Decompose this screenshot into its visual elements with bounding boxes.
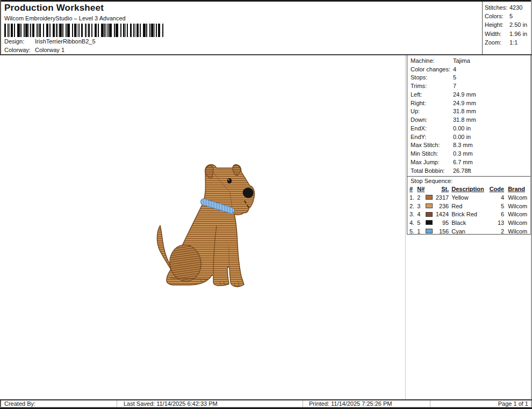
stat-row-zoom: Zoom:1:1: [482, 38, 531, 47]
colorway-label: Colorway:: [4, 47, 35, 53]
machine-row: Right:24.9 mm: [407, 99, 530, 107]
machine-row: Machine:Tajima: [407, 56, 530, 65]
stop-sequence-row: 2. 3 236 Red 5 Wilcom: [409, 202, 530, 210]
machine-row: Total Bobbin:26.78ft: [407, 166, 530, 175]
app-version-subtitle: Wilcom EmbroideryStudio – Level 3 Advanc…: [4, 15, 126, 21]
stat-row-width: Width:1.96 in: [482, 30, 531, 38]
machine-row: Left:24.9 mm: [407, 90, 530, 99]
design-preview-area: [0, 55, 405, 399]
machine-row: Min Stitch:0.3 mm: [407, 149, 530, 158]
machine-rows: Machine:Tajima Color changes:4 Stops:5 T…: [407, 55, 530, 175]
thread-color-swatch: [426, 220, 433, 225]
design-name-row: Design:IrishTerrierRibbonB2_5: [4, 38, 96, 45]
design-barcode: [4, 24, 164, 37]
thread-color-swatch: [426, 203, 433, 208]
footer-page-number: Page 1 of 1: [430, 400, 528, 407]
machine-row: EndX:0.00 in: [407, 124, 530, 133]
machine-row: EndY:0.00 in: [407, 133, 530, 141]
machine-info-panel: Machine:Tajima Color changes:4 Stops:5 T…: [407, 55, 531, 235]
stat-row-stitches: Stitches:4230: [482, 3, 531, 12]
footer-created-by: Created By:: [4, 400, 112, 407]
colorway-row: Colorway:Colorway 1: [4, 47, 64, 53]
machine-row: Trims:7: [407, 82, 530, 90]
stat-row-height: Height:2.50 in: [482, 20, 531, 29]
stop-sequence-title: Stop Sequence:: [407, 176, 530, 185]
thread-color-swatch: [426, 212, 433, 217]
footer-last-saved: Last Saved: 11/14/2025 6:42:33 PM: [124, 400, 301, 407]
design-area-right-border: [405, 55, 406, 399]
stop-sequence-row: 4. 5 95 Black 13 Wilcom: [409, 218, 530, 227]
machine-row: Max Stitch:8.3 mm: [407, 141, 530, 150]
design-value: IrishTerrierRibbonB2_5: [35, 38, 96, 45]
stop-sequence-row: 5. 1 156 Cyan 2 Wilcom: [409, 227, 530, 236]
machine-row: Max Jump:6.7 mm: [407, 158, 530, 166]
machine-row: Up:31.8 mm: [407, 107, 530, 116]
thread-color-swatch: [426, 229, 433, 233]
stop-sequence-row: 3. 4 1424 Brick Red 6 Wilcom: [409, 210, 530, 218]
design-label: Design:: [4, 38, 35, 45]
dog-eye: [227, 178, 232, 184]
thread-color-swatch: [426, 195, 433, 200]
colorway-value: Colorway 1: [35, 47, 64, 53]
machine-row: Down:31.8 mm: [407, 115, 530, 124]
stop-sequence-header-row: # N# St. Description Code Brand: [409, 185, 530, 194]
production-worksheet-page: Production Worksheet Wilcom EmbroiderySt…: [0, 0, 532, 409]
page-title: Production Worksheet: [4, 3, 104, 13]
stop-sequence-row: 1. 2 2317 Yellow 4 Wilcom: [409, 193, 530, 202]
page-top-border: [0, 0, 532, 2]
machine-row: Color changes:4: [407, 65, 530, 74]
stop-sequence-table: # N# St. Description Code Brand 1. 2 231…: [407, 185, 530, 236]
footer-printed: Printed: 11/14/2025 7:25:26 PM: [309, 400, 427, 407]
irish-terrier-design: [156, 163, 256, 288]
design-stats-box: Stitches:4230 Colors:5 Height:2.50 in Wi…: [482, 2, 531, 56]
machine-row: Stops:5: [407, 74, 530, 82]
stat-row-colors: Colors:5: [482, 12, 531, 20]
